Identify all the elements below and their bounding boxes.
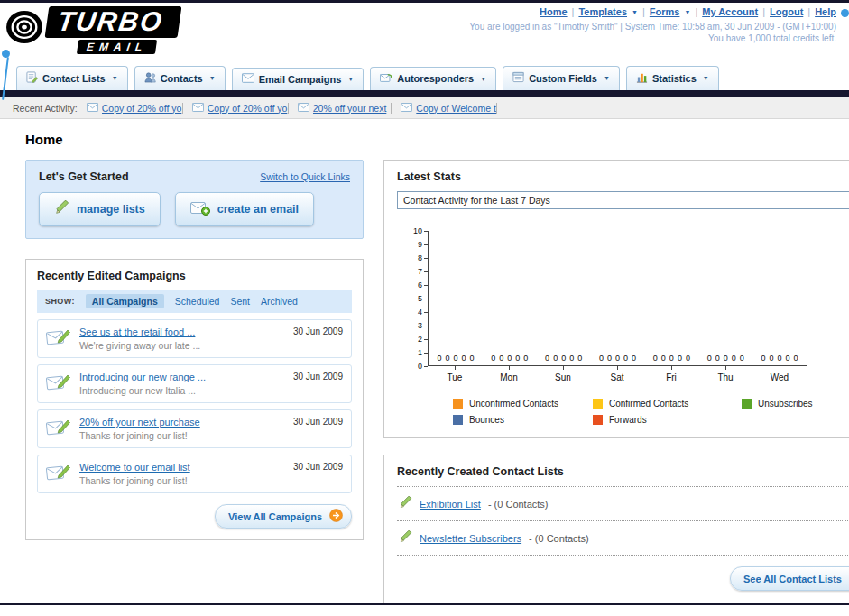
pencil-icon bbox=[399, 530, 412, 546]
tab-contact-lists[interactable]: Contact Lists ▼ bbox=[16, 66, 128, 90]
campaign-date: 30 Jun 2009 bbox=[293, 372, 343, 382]
chevron-down-icon: ▼ bbox=[209, 75, 216, 81]
campaign-link[interactable]: See us at the retail food ... bbox=[79, 326, 200, 337]
chart-value-label: 0 bbox=[678, 354, 682, 363]
legend-item: Confirmed Contacts bbox=[593, 399, 742, 409]
logo-turbo: TURBO bbox=[45, 6, 182, 38]
chart-value-label: 0 bbox=[569, 354, 574, 363]
envelope-icon bbox=[401, 103, 412, 114]
pencil-icon bbox=[399, 496, 412, 511]
campaign-link[interactable]: Welcome to our email list bbox=[79, 462, 190, 473]
legend-swatch bbox=[742, 399, 752, 409]
main-nav: Contact Lists ▼ Contacts ▼ Email Campaig… bbox=[0, 60, 849, 90]
campaigns-filter-tabs: SHOW: All Campaigns Scheduled Sent Archi… bbox=[37, 290, 352, 313]
chart-value-label: 0 bbox=[507, 354, 512, 363]
page-title: Home bbox=[25, 132, 824, 147]
tab-label: Contact Lists bbox=[42, 73, 106, 84]
view-all-campaigns-button[interactable]: View All Campaigns bbox=[215, 504, 352, 529]
logo-text: TURBO EMAIL bbox=[47, 6, 180, 54]
recent-activity-item[interactable]: Copy of Welcome to bbox=[401, 103, 497, 114]
recent-activity-item[interactable]: Copy of 20% off yo bbox=[192, 103, 289, 114]
nav-divider-bar bbox=[0, 90, 849, 97]
chevron-down-icon: ▼ bbox=[632, 9, 638, 15]
envelope-icon bbox=[298, 103, 309, 114]
tab-sent[interactable]: Sent bbox=[230, 296, 250, 307]
chart-value-label: 0 bbox=[577, 354, 582, 363]
top-link-logout[interactable]: Logout bbox=[770, 6, 803, 17]
chart-y-axis: 109876543210 bbox=[410, 231, 428, 366]
campaign-subject: Introducing our new Italia ... bbox=[79, 385, 206, 396]
campaign-row: See us at the retail food ... We're givi… bbox=[37, 319, 352, 358]
chevron-down-icon: ▼ bbox=[480, 76, 486, 82]
create-email-button[interactable]: create an email bbox=[175, 192, 314, 226]
chart-value-label: 0 bbox=[761, 354, 766, 363]
chart-bar-group: 00000 bbox=[752, 354, 807, 363]
left-column: Let's Get Started Switch to Quick Links … bbox=[25, 160, 364, 540]
see-all-contact-lists-button[interactable]: See All Contact Lists bbox=[730, 566, 849, 591]
recent-contact-lists-panel: Recently Created Contact Lists Exhibitio… bbox=[383, 455, 849, 604]
manage-lists-button[interactable]: manage lists bbox=[39, 192, 161, 226]
top-link-home[interactable]: Home bbox=[540, 6, 568, 17]
legend-swatch bbox=[453, 415, 463, 425]
y-axis-tick: 6 bbox=[418, 281, 428, 290]
tab-custom-fields[interactable]: Custom Fields ▼ bbox=[503, 66, 620, 90]
tab-statistics[interactable]: Statistics ▼ bbox=[626, 66, 719, 90]
tab-contacts[interactable]: Contacts ▼ bbox=[134, 66, 226, 90]
top-link-templates[interactable]: Templates bbox=[578, 6, 627, 17]
tab-email-campaigns[interactable]: Email Campaigns ▼ bbox=[232, 68, 365, 90]
chart-value-label: 0 bbox=[607, 354, 612, 363]
campaign-link[interactable]: 20% off your next purchase bbox=[79, 417, 200, 428]
top-link-help[interactable]: Help bbox=[815, 6, 836, 17]
recently-edited-campaigns-panel: Recently Edited Campaigns SHOW: All Camp… bbox=[25, 259, 364, 540]
contact-list-link[interactable]: Newsletter Subscribers bbox=[420, 533, 521, 544]
chart-value-label: 0 bbox=[461, 354, 466, 363]
legend-label: Unsubscribes bbox=[758, 399, 813, 409]
tab-all-campaigns[interactable]: All Campaigns bbox=[86, 294, 164, 308]
y-axis-tick: 8 bbox=[418, 254, 428, 262]
contact-list-count: - (0 Contacts) bbox=[529, 533, 589, 544]
custom-fields-icon bbox=[512, 71, 524, 85]
contact-list-row: Exhibition List - (0 Contacts) bbox=[397, 487, 849, 521]
chart-x-label: Mon bbox=[482, 366, 536, 382]
recent-activity-item[interactable]: 20% off your next bbox=[298, 103, 392, 114]
get-started-panel: Let's Get Started Switch to Quick Links … bbox=[25, 160, 364, 239]
chart-x-label: Sat bbox=[590, 366, 644, 382]
tab-autoresponders[interactable]: Autoresponders ▼ bbox=[370, 67, 496, 90]
contact-list-row: Newsletter Subscribers - (0 Contacts) bbox=[397, 521, 849, 556]
stats-period-select[interactable]: Contact Activity for the Last 7 Days ▼ bbox=[397, 191, 849, 209]
tab-scheduled[interactable]: Scheduled bbox=[175, 296, 220, 307]
arrow-circle-icon bbox=[329, 509, 343, 524]
chart-value-label: 0 bbox=[794, 354, 798, 363]
tab-archived[interactable]: Archived bbox=[261, 296, 298, 307]
chart-value-label: 0 bbox=[437, 354, 441, 363]
contact-list-link[interactable]: Exhibition List bbox=[420, 499, 481, 510]
chart-plot-groups: 00000000000000000000000000000000000 bbox=[429, 354, 807, 363]
logo-email: EMAIL bbox=[77, 40, 158, 54]
recent-activity-item[interactable]: Copy of 20% off yo bbox=[87, 103, 183, 114]
header: TURBO EMAIL Home | Templates ▼ | Forms ▼… bbox=[0, 3, 849, 60]
campaign-row: 20% off your next purchase Thanks for jo… bbox=[37, 409, 352, 448]
y-axis-tick: 3 bbox=[418, 322, 428, 330]
legend-label: Confirmed Contacts bbox=[609, 399, 688, 409]
chart-value-label: 0 bbox=[732, 354, 736, 363]
page: TURBO EMAIL Home | Templates ▼ | Forms ▼… bbox=[0, 0, 849, 616]
chart-value-label: 0 bbox=[599, 354, 604, 363]
top-link-forms[interactable]: Forms bbox=[650, 6, 680, 17]
separator: | bbox=[642, 6, 645, 17]
legend-item: Bounces bbox=[453, 415, 593, 425]
campaign-link[interactable]: Introducing our new range ... bbox=[79, 372, 206, 382]
chart-value-label: 0 bbox=[661, 354, 666, 363]
switch-quick-links[interactable]: Switch to Quick Links bbox=[260, 171, 350, 182]
chart-value-label: 0 bbox=[786, 354, 790, 363]
chart-value-label: 0 bbox=[669, 354, 674, 363]
autoresponders-icon bbox=[380, 72, 392, 85]
envelope-pencil-icon bbox=[46, 372, 70, 396]
top-link-my-account[interactable]: My Account bbox=[702, 6, 758, 17]
chart-value-label: 0 bbox=[724, 354, 728, 363]
chart-value-label: 0 bbox=[553, 354, 558, 363]
chart-value-label: 0 bbox=[623, 354, 628, 363]
bottom-border bbox=[0, 603, 849, 605]
campaign-row: Welcome to our email list Thanks for joi… bbox=[37, 455, 352, 493]
header-right: Home | Templates ▼ | Forms ▼ | My Accoun… bbox=[469, 6, 836, 43]
contacts-icon bbox=[144, 71, 156, 85]
